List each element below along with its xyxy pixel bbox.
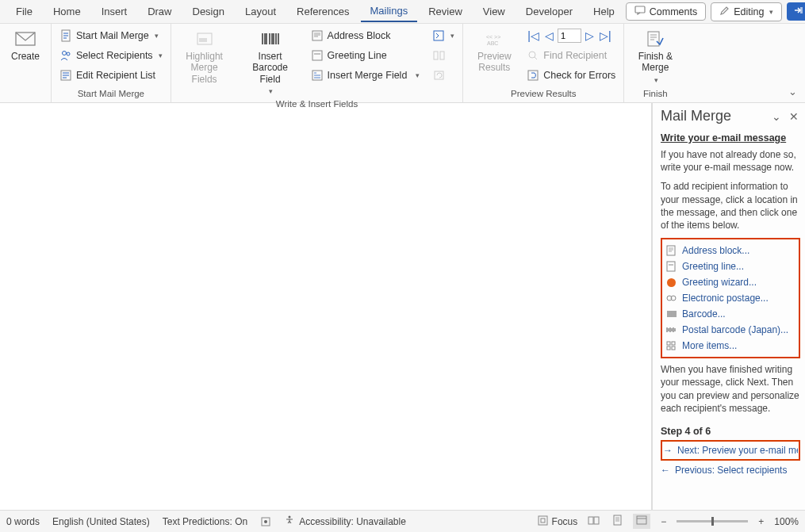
zoom-out-button[interactable]: − bbox=[658, 516, 669, 527]
menu-help[interactable]: Help bbox=[584, 2, 624, 21]
match-fields-button[interactable] bbox=[429, 46, 458, 65]
print-layout-icon[interactable] bbox=[610, 515, 625, 528]
pane-options-icon[interactable]: ⌄ bbox=[770, 109, 783, 124]
menu-insert[interactable]: Insert bbox=[92, 2, 137, 21]
start-group-label: Start Mail Merge bbox=[56, 89, 166, 100]
chevron-down-icon: ▾ bbox=[159, 52, 163, 59]
more-items-link-label: More items... bbox=[682, 340, 737, 351]
check-errors-icon bbox=[527, 69, 539, 82]
menu-home[interactable]: Home bbox=[44, 2, 90, 21]
menu-layout[interactable]: Layout bbox=[236, 2, 286, 21]
highlight-fields-button[interactable]: Highlight Merge Fields bbox=[176, 26, 233, 88]
arrow-right-icon: → bbox=[663, 445, 673, 456]
collapse-ribbon-icon[interactable]: ⌄ bbox=[788, 86, 797, 98]
accessibility-status[interactable]: Accessibility: Unavailable bbox=[284, 515, 406, 528]
rules-button[interactable]: ▾ bbox=[429, 26, 458, 45]
last-record-icon[interactable]: ▷| bbox=[598, 29, 613, 42]
chevron-down-icon: ▾ bbox=[450, 32, 454, 40]
barcode-link[interactable]: Barcode... bbox=[664, 306, 797, 322]
address-block-icon bbox=[311, 29, 324, 42]
address-block-link-label: Address block... bbox=[682, 245, 749, 256]
close-icon[interactable]: ✕ bbox=[788, 109, 800, 124]
greeting-icon bbox=[311, 49, 324, 62]
svg-rect-1 bbox=[800, 7, 803, 13]
text-predictions-status[interactable]: Text Predictions: On bbox=[163, 516, 247, 527]
edit-recipients-button[interactable]: Edit Recipient List bbox=[56, 66, 166, 85]
greeting-line-button[interactable]: Greeting Line bbox=[308, 46, 424, 65]
chevron-down-icon: ▾ bbox=[416, 71, 420, 79]
menu-draw[interactable]: Draw bbox=[138, 2, 181, 21]
svg-rect-25 bbox=[667, 342, 670, 345]
focus-icon bbox=[538, 515, 548, 528]
svg-rect-14 bbox=[440, 52, 444, 59]
menu-view[interactable]: View bbox=[473, 2, 515, 21]
menu-file[interactable]: File bbox=[6, 2, 42, 21]
accessibility-label: Accessibility: Unavailable bbox=[299, 516, 406, 527]
document-icon bbox=[665, 261, 677, 272]
comment-icon bbox=[634, 6, 646, 17]
web-layout-icon[interactable] bbox=[633, 514, 650, 529]
select-recipients-button[interactable]: Select Recipients▾ bbox=[56, 46, 166, 65]
comments-button[interactable]: Comments bbox=[626, 2, 706, 21]
svg-point-18 bbox=[529, 52, 535, 58]
share-icon bbox=[793, 6, 804, 17]
menu-references[interactable]: References bbox=[287, 2, 358, 21]
menu-review[interactable]: Review bbox=[419, 2, 472, 21]
find-recipient-button[interactable]: Find Recipient bbox=[523, 46, 619, 65]
first-record-icon[interactable]: |◁ bbox=[526, 29, 541, 42]
word-count[interactable]: 0 words bbox=[6, 516, 40, 527]
svg-rect-36 bbox=[614, 515, 621, 525]
insert-barcode-button[interactable]: Insert Barcode Field▾ bbox=[236, 26, 305, 99]
read-mode-icon[interactable] bbox=[585, 515, 602, 528]
finish-label: Finish & Merge bbox=[635, 51, 675, 74]
preview-icon: << >>ABC bbox=[483, 29, 505, 48]
document-canvas[interactable] bbox=[0, 103, 653, 510]
document-icon bbox=[59, 29, 72, 42]
zoom-slider[interactable] bbox=[677, 520, 748, 522]
focus-mode-button[interactable]: Focus bbox=[538, 515, 578, 528]
greeting-line-link-label: Greeting line... bbox=[682, 261, 744, 272]
share-button[interactable]: ▾ bbox=[787, 2, 805, 21]
address-block-link[interactable]: Address block... bbox=[664, 243, 797, 258]
create-button[interactable]: Create bbox=[5, 26, 46, 65]
svg-point-4 bbox=[62, 52, 66, 55]
step-label: Step 4 of 6 bbox=[661, 426, 800, 437]
svg-text:<< >>: << >> bbox=[486, 34, 500, 40]
more-items-link[interactable]: More items... bbox=[664, 338, 797, 354]
greeting-wizard-link[interactable]: Greeting wizard... bbox=[664, 274, 797, 290]
next-record-icon[interactable]: ▷ bbox=[584, 29, 596, 42]
postal-barcode-jp-link-label: Postal barcode (Japan)... bbox=[682, 324, 788, 335]
address-block-button[interactable]: Address Block bbox=[308, 26, 424, 45]
svg-rect-28 bbox=[672, 346, 675, 350]
highlight-label: Highlight Merge Fields bbox=[182, 51, 227, 85]
editing-label: Editing bbox=[734, 6, 764, 17]
update-labels-button[interactable] bbox=[429, 66, 458, 85]
macro-record-icon[interactable] bbox=[260, 516, 271, 527]
check-errors-button[interactable]: Check for Errors bbox=[523, 66, 619, 85]
previous-step-link[interactable]: ← Previous: Select recipients bbox=[661, 463, 800, 477]
electronic-postage-link[interactable]: Electronic postage... bbox=[664, 290, 797, 306]
postal-barcode-jp-link[interactable]: Postal barcode (Japan)... bbox=[664, 322, 797, 338]
editing-button[interactable]: Editing ▾ bbox=[711, 2, 782, 21]
find-recipient-label: Find Recipient bbox=[543, 50, 607, 61]
greeting-line-link[interactable]: Greeting line... bbox=[664, 258, 797, 274]
menu-mailings[interactable]: Mailings bbox=[361, 1, 418, 22]
zoom-in-button[interactable]: + bbox=[756, 516, 766, 527]
svg-rect-19 bbox=[528, 71, 538, 80]
insert-merge-field-button[interactable]: Insert Merge Field ▾ bbox=[308, 66, 424, 85]
zoom-level[interactable]: 100% bbox=[774, 516, 799, 527]
edit-recipients-label: Edit Recipient List bbox=[76, 70, 155, 81]
menu-design[interactable]: Design bbox=[183, 2, 234, 21]
preview-results-button[interactable]: << >>ABC Preview Results bbox=[468, 26, 520, 77]
greeting-wizard-link-label: Greeting wizard... bbox=[682, 277, 757, 288]
svg-rect-20 bbox=[648, 32, 659, 46]
next-step-link[interactable]: → Next: Preview your e-mail me bbox=[663, 443, 798, 457]
start-mail-merge-button[interactable]: Start Mail Merge▾ bbox=[56, 26, 166, 45]
prev-record-icon[interactable]: ◁ bbox=[543, 29, 555, 42]
menu-developer[interactable]: Developer bbox=[516, 2, 582, 21]
finish-merge-button[interactable]: Finish & Merge▾ bbox=[629, 26, 681, 88]
grid-icon bbox=[665, 340, 677, 351]
insert-merge-field-label: Insert Merge Field bbox=[328, 70, 408, 81]
language-status[interactable]: English (United States) bbox=[52, 516, 150, 527]
record-input[interactable] bbox=[558, 29, 581, 43]
